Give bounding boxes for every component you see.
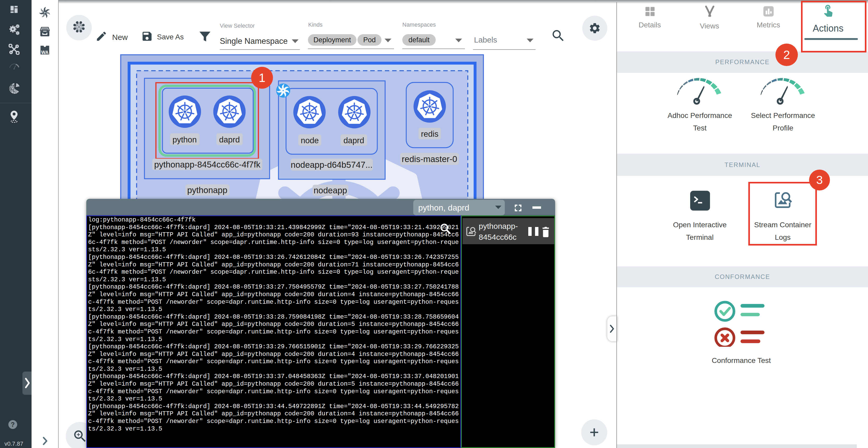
- svg-text:python: python: [172, 135, 196, 144]
- svg-text:nodeapp-d64b5747...: nodeapp-d64b5747...: [291, 160, 373, 170]
- svg-text:node: node: [301, 136, 319, 145]
- svg-text:daprd: daprd: [219, 135, 240, 144]
- svg-text:redis: redis: [421, 129, 438, 139]
- svg-text:nodeapp: nodeapp: [314, 185, 347, 195]
- svg-text:WA: WA: [41, 50, 49, 55]
- svg-text:redis-master-0: redis-master-0: [402, 154, 457, 164]
- svg-text:pythonapp-8454cc66c-4f7fk: pythonapp-8454cc66c-4f7fk: [154, 160, 260, 169]
- svg-text:pythonapp: pythonapp: [187, 185, 227, 195]
- svg-text:daprd: daprd: [343, 136, 364, 145]
